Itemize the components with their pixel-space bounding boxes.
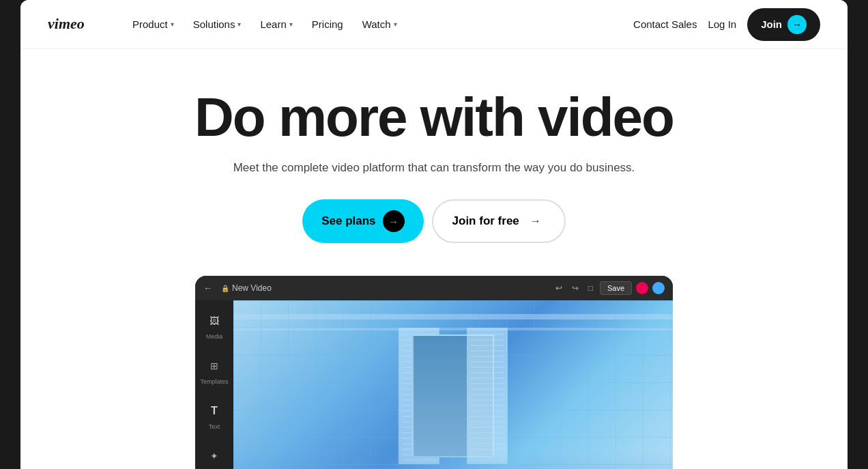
hero-section: Do more with video Meet the complete vid… [20,49,848,469]
editor-canvas [233,300,673,469]
editor-topbar: ← 🔒 New Video ↩ ↪ □ Save [195,276,673,300]
avatar-red [636,282,648,294]
nav-item-solutions[interactable]: Solutions ▾ [185,13,250,35]
navbar: vimeo Product ▾ Solutions ▾ Learn ▾ Pric… [20,0,848,49]
nav-item-pricing[interactable]: Pricing [304,13,351,35]
editor-main: 🖼 Media ⊞ Templates T Text ✦ Graphics [195,300,673,469]
nav-item-watch[interactable]: Watch ▾ [354,13,405,35]
contact-sales-link[interactable]: Contact Sales [633,18,697,30]
chevron-down-icon: ▾ [394,20,397,28]
nav-item-product[interactable]: Product ▾ [124,13,182,35]
sidebar-item-templates[interactable]: ⊞ Templates [200,356,228,385]
hero-title: Do more with video [48,90,820,145]
redo-icon[interactable]: ↪ [569,282,581,294]
avatar-blue [652,282,665,294]
hero-subtitle: Meet the complete video platform that ca… [48,161,820,175]
vimeo-logo[interactable]: vimeo [48,15,102,34]
editor-sidebar: 🖼 Media ⊞ Templates T Text ✦ Graphics [195,300,233,469]
nav-item-learn[interactable]: Learn ▾ [252,13,300,35]
sidebar-item-text[interactable]: T Text [205,401,224,430]
arrow-right-icon: → [787,15,807,34]
media-label: Media [206,333,223,340]
text-label: Text [209,423,220,430]
hero-buttons: See plans → Join for free → [48,199,820,243]
sidebar-item-media[interactable]: 🖼 Media [205,311,224,340]
lock-icon: 🔒 [221,285,229,292]
templates-icon: ⊞ [205,356,224,375]
chevron-down-icon: ▾ [171,20,174,28]
join-free-button[interactable]: Join for free → [432,199,566,243]
floor-reflection [233,451,673,469]
editor-title-area: 🔒 New Video [221,283,547,293]
text-icon: T [205,401,224,421]
arrow-right-icon: → [383,210,405,232]
arrow-right-icon: → [526,212,545,231]
editor-save-button[interactable]: Save [600,281,632,295]
graphics-icon: ✦ [205,446,224,466]
settings-icon[interactable]: □ [585,282,596,294]
page-container: vimeo Product ▾ Solutions ▾ Learn ▾ Pric… [20,0,848,469]
templates-label: Templates [200,378,228,385]
see-plans-button[interactable]: See plans → [302,199,423,243]
nav-links: Product ▾ Solutions ▾ Learn ▾ Pricing Wa… [124,13,633,35]
sidebar-item-graphics[interactable]: ✦ Graphics [202,446,227,469]
pillar-right [467,328,508,464]
nav-right: Contact Sales Log In Join → [633,8,820,41]
editor-back-button[interactable]: ← [203,283,213,294]
log-in-link[interactable]: Log In [708,18,736,30]
chevron-down-icon: ▾ [289,20,293,28]
undo-icon[interactable]: ↩ [553,282,565,294]
editor-controls: ↩ ↪ □ Save [553,281,665,295]
media-icon: 🖼 [205,311,224,330]
join-button[interactable]: Join → [747,8,820,41]
canvas-structures [233,300,673,469]
chevron-down-icon: ▾ [237,20,241,28]
editor-mockup: ← 🔒 New Video ↩ ↪ □ Save [195,276,673,469]
svg-text:vimeo: vimeo [48,15,85,31]
